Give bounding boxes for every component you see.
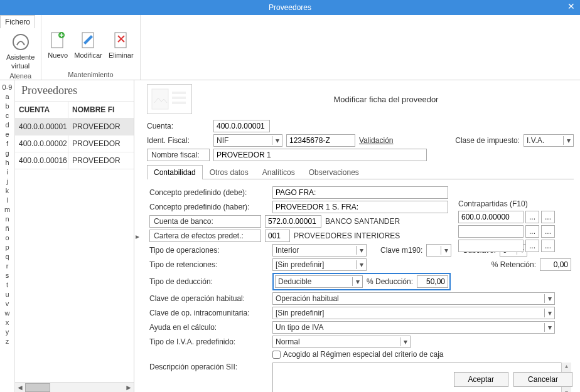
contrapartida-lookup-button[interactable]: ... (525, 225, 539, 238)
alpha-n[interactable]: n (0, 215, 14, 224)
pct-ret-input[interactable] (540, 258, 571, 271)
desc-sii-label: Descripción operación SII: (149, 363, 269, 371)
table-row[interactable]: 400.0.0.00001PROVEEDOR (15, 119, 134, 135)
alpha-u[interactable]: u (0, 290, 14, 299)
chevron-down-icon[interactable]: ▾ (356, 246, 366, 255)
alpha-o[interactable]: o (0, 233, 14, 243)
cuenta-input[interactable] (213, 120, 270, 132)
clave-intra-combo[interactable]: [Sin predefinir]▾ (272, 307, 555, 319)
validacion-link[interactable]: Validación (359, 136, 393, 145)
alpha-c[interactable]: c (0, 111, 14, 120)
col-nombre[interactable]: NOMBRE FI (68, 102, 134, 118)
nombre-fiscal-input[interactable] (213, 149, 427, 161)
alpha-j[interactable]: j (0, 177, 14, 186)
contrapartida-lookup-button[interactable]: ... (525, 240, 539, 252)
tab-observaciones[interactable]: Observaciones (302, 165, 366, 179)
alpha-y[interactable]: y (0, 327, 14, 337)
ident-fiscal-input[interactable] (286, 134, 355, 147)
cuenta-banco-button[interactable]: Cuenta de banco: (149, 215, 261, 228)
alpha-a[interactable]: a (0, 92, 14, 102)
eliminar-button[interactable]: Eliminar (107, 29, 135, 60)
nuevo-button[interactable]: Nuevo (46, 29, 69, 60)
iva-pred-combo[interactable]: Normal▾ (272, 336, 411, 348)
chevron-down-icon[interactable]: ▾ (441, 246, 451, 255)
cancelar-button[interactable]: Cancelar (513, 372, 572, 387)
chevron-down-icon[interactable]: ▾ (563, 136, 573, 145)
tipo-ret-combo[interactable]: [Sin predefinir]▾ (272, 258, 367, 271)
contrapartida-input[interactable] (458, 225, 524, 238)
ayuda-combo[interactable]: Un tipo de IVA▾ (272, 321, 555, 334)
alpha-k[interactable]: k (0, 186, 14, 196)
alpha-0-9[interactable]: 0-9 (0, 83, 14, 92)
alpha-z[interactable]: z (0, 337, 14, 346)
tab-contabilidad[interactable]: Contabilidad (147, 165, 203, 179)
contrapartida-input[interactable] (458, 240, 524, 252)
alpha-ñ[interactable]: ñ (0, 224, 14, 233)
close-icon[interactable]: ✕ (567, 1, 575, 11)
clave-m190-combo[interactable]: ▾ (426, 244, 451, 257)
alpha-d[interactable]: d (0, 120, 14, 130)
alpha-w[interactable]: w (0, 309, 14, 318)
image-placeholder[interactable] (147, 84, 192, 114)
scroll-thumb[interactable] (25, 383, 50, 392)
chevron-down-icon[interactable]: ▾ (272, 136, 282, 145)
horizontal-scrollbar[interactable]: ◄ ► (15, 382, 134, 392)
clave-oper-combo[interactable]: Operación habitual▾ (272, 292, 555, 305)
contrapartida-lookup-button[interactable]: ... (541, 211, 555, 223)
asistente-virtual-button[interactable]: Asistente virtual (5, 31, 36, 71)
alpha-g[interactable]: g (0, 149, 14, 158)
clase-impuesto-combo[interactable]: I.V.A.▾ (524, 134, 574, 147)
tab-analiticos[interactable]: Analíticos (255, 165, 302, 179)
contrapartida-lookup-button[interactable]: ... (541, 240, 555, 252)
alpha-f[interactable]: f (0, 139, 14, 149)
pct-ded-label: % Deducción: (367, 277, 413, 286)
alpha-q[interactable]: q (0, 252, 14, 262)
alpha-x[interactable]: x (0, 318, 14, 327)
tipo-op-combo[interactable]: Interior▾ (272, 244, 367, 257)
cartera-input[interactable] (265, 230, 290, 242)
contrapartida-input[interactable] (458, 211, 524, 223)
collapse-handle-icon[interactable]: ▸ (134, 80, 141, 392)
col-cuenta[interactable]: CUENTA (15, 102, 68, 118)
chevron-down-icon[interactable]: ▾ (544, 323, 554, 332)
alpha-i[interactable]: i (0, 167, 14, 177)
table-row[interactable]: 400.0.0.00002PROVEEDOR (15, 135, 134, 152)
alpha-h[interactable]: h (0, 158, 14, 167)
nombre-fiscal-button[interactable]: Nombre fiscal: (147, 149, 210, 161)
predef-debe-input[interactable] (272, 186, 448, 199)
chevron-down-icon[interactable]: ▾ (400, 337, 410, 346)
regimen-caja-input[interactable] (272, 351, 281, 359)
alpha-r[interactable]: r (0, 262, 14, 271)
alpha-m[interactable]: m (0, 205, 14, 215)
alpha-l[interactable]: l (0, 196, 14, 205)
cartera-button[interactable]: Cartera de efectos predet.: (149, 230, 261, 242)
aceptar-button[interactable]: Aceptar (454, 372, 508, 387)
pct-ded-input[interactable] (417, 275, 448, 288)
alpha-b[interactable]: b (0, 102, 14, 111)
alpha-v[interactable]: v (0, 299, 14, 309)
cuenta-banco-input[interactable] (265, 215, 321, 228)
scroll-down-icon[interactable]: ▾ (565, 389, 568, 392)
table-row[interactable]: 400.0.0.00016PROVEEDOR (15, 152, 134, 169)
alpha-s[interactable]: s (0, 271, 14, 280)
scroll-right-icon[interactable]: ► (124, 383, 134, 392)
chevron-down-icon[interactable]: ▾ (356, 260, 366, 269)
alpha-p[interactable]: p (0, 243, 14, 252)
list-panel: Proveedores CUENTA NOMBRE FI 400.0.0.000… (15, 80, 134, 392)
alpha-e[interactable]: e (0, 130, 14, 139)
predef-haber-input[interactable] (272, 201, 448, 213)
ribbon-tab-fichero[interactable]: Fichero (0, 15, 35, 28)
scroll-left-icon[interactable]: ◄ (15, 383, 25, 392)
chevron-down-icon[interactable]: ▾ (544, 294, 554, 303)
chevron-down-icon[interactable]: ▾ (352, 277, 362, 286)
modificar-button[interactable]: Modificar (73, 29, 104, 60)
contrapartida-lookup-button[interactable]: ... (541, 225, 555, 238)
tab-otros-datos[interactable]: Otros datos (203, 165, 255, 179)
tipo-ded-combo[interactable]: Deducible▾ (275, 275, 363, 288)
scroll-up-icon[interactable]: ▴ (565, 363, 568, 369)
regimen-caja-checkbox[interactable]: Acogido al Régimen especial del criterio… (272, 350, 443, 359)
contrapartida-lookup-button[interactable]: ... (525, 211, 539, 223)
alpha-t[interactable]: t (0, 280, 14, 290)
ident-tipo-combo[interactable]: NIF▾ (213, 134, 282, 147)
chevron-down-icon[interactable]: ▾ (544, 309, 554, 317)
